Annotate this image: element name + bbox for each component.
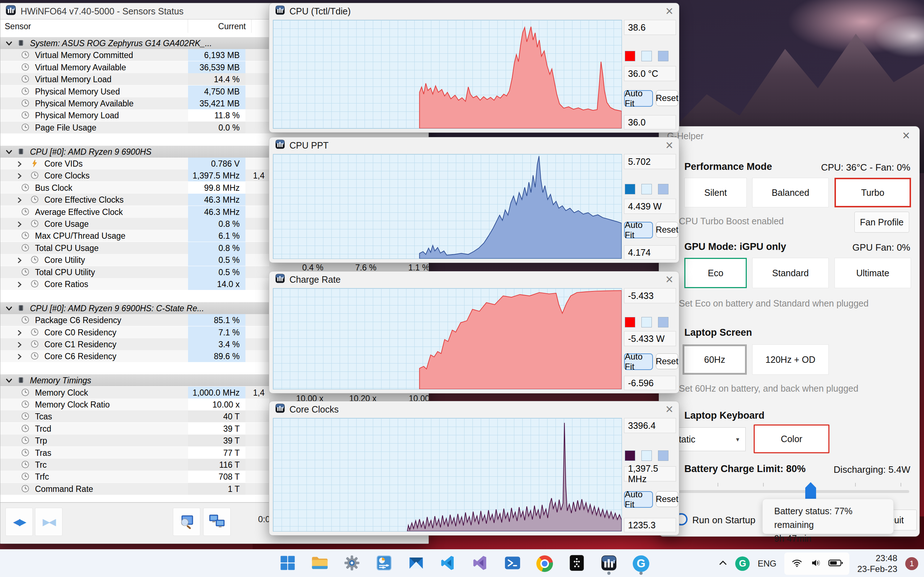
tray-chevron-up-icon[interactable] xyxy=(719,560,727,567)
chevron-right-icon[interactable] xyxy=(16,352,23,359)
sensor-label: Memory Clock xyxy=(35,388,88,398)
close-icon[interactable]: × xyxy=(666,404,673,415)
taskbar-icon-visual-studio[interactable] xyxy=(469,552,492,575)
tray-grammarly-icon[interactable]: G xyxy=(735,556,750,571)
table-min-max-avg-sliver: 0.4 %7.6 %1.1 % xyxy=(269,262,428,272)
sliver-stat-value: 0.4 % xyxy=(269,263,323,272)
refresh-60hz-button[interactable]: 60Hz xyxy=(683,344,747,375)
clock[interactable]: 23:48 23-Feb-23 xyxy=(857,553,897,574)
sensor-current-value: 35,421 MB xyxy=(188,97,246,109)
graph-window-cpu-tctl-tdie-: CPU (Tctl/Tdie)×38.636.0 °CAuto FitReset… xyxy=(269,3,679,133)
language-indicator[interactable]: ENG xyxy=(758,559,776,569)
series-color-swatch[interactable] xyxy=(625,317,635,327)
sensor-current-value: 0.0 % xyxy=(188,121,246,134)
fan-profile-button[interactable]: Fan Profile xyxy=(855,212,909,233)
chevron-right-icon[interactable] xyxy=(16,172,23,179)
column-header-sensor[interactable]: Sensor xyxy=(5,22,31,31)
close-icon[interactable]: × xyxy=(666,140,673,151)
taskbar-icon-vscode[interactable] xyxy=(437,552,459,575)
column-header-current[interactable]: Current xyxy=(188,22,246,31)
gpu-eco-button[interactable]: Eco xyxy=(684,258,747,288)
chevron-down-icon[interactable] xyxy=(5,39,13,47)
mode-silent-button[interactable]: Silent xyxy=(684,178,747,207)
chip-icon xyxy=(17,304,25,314)
chevron-right-icon[interactable] xyxy=(16,256,23,263)
taskbar-icon-system-monitor[interactable] xyxy=(373,552,395,575)
taskbar-icon-chrome[interactable] xyxy=(533,552,556,575)
chevron-down-icon[interactable] xyxy=(5,377,13,384)
taskbar-icon-ghelper[interactable]: G xyxy=(630,552,652,575)
gpu-standard-button[interactable]: Standard xyxy=(752,258,829,288)
background-color-swatch[interactable] xyxy=(641,317,652,327)
chevron-right-icon[interactable] xyxy=(16,160,23,167)
grid-color-swatch[interactable] xyxy=(658,317,669,327)
keyboard-color-button[interactable]: Color xyxy=(754,424,829,453)
chevron-right-icon[interactable] xyxy=(16,220,23,227)
gpu-ultimate-button[interactable]: Ultimate xyxy=(835,258,911,288)
two-monitors-icon xyxy=(208,514,225,530)
laptop-screen-heading: Laptop Screen xyxy=(684,327,752,338)
series-color-swatch[interactable] xyxy=(625,51,635,61)
taskbar-icon-start[interactable] xyxy=(276,552,299,575)
graph-titlebar[interactable]: Charge Rate× xyxy=(269,272,679,287)
auto-fit-button[interactable]: Auto Fit xyxy=(624,90,653,107)
background-color-swatch[interactable] xyxy=(641,184,652,194)
charge-limit-slider-thumb[interactable] xyxy=(805,482,816,501)
grid-color-swatch[interactable] xyxy=(658,51,669,61)
graph-sidebar: 5.7024.439 WAuto FitReset4.174 xyxy=(624,154,676,259)
reset-button[interactable]: Reset xyxy=(656,90,678,106)
taskbar-icon-powershell[interactable] xyxy=(501,552,524,575)
chevron-down-icon[interactable] xyxy=(5,148,13,155)
auto-fit-button[interactable]: Auto Fit xyxy=(624,491,653,508)
background-color-swatch[interactable] xyxy=(641,51,652,61)
reset-button[interactable]: Reset xyxy=(656,491,678,507)
series-color-swatch[interactable] xyxy=(625,450,635,461)
notification-badge[interactable]: 1 xyxy=(905,557,918,570)
graph-app-icon xyxy=(275,139,285,152)
close-icon[interactable]: × xyxy=(666,274,673,285)
sensor-current-value: 36,539 MB xyxy=(188,61,246,73)
chevron-down-icon: ▼ xyxy=(735,436,740,443)
auto-fit-button[interactable]: Auto Fit xyxy=(624,222,653,239)
chevron-right-icon[interactable] xyxy=(16,280,23,287)
sensor-current-value: 0.8 % xyxy=(188,218,246,230)
graph-titlebar[interactable]: Core Clocks× xyxy=(269,401,679,417)
sensor-current-value: 14.0 x xyxy=(188,278,246,290)
collapse-columns-button[interactable]: ▶◀ xyxy=(35,508,63,536)
graph-window-core-clocks: Core Clocks×3396.41,397.5 MHzAuto FitRes… xyxy=(269,401,679,535)
reset-button[interactable]: Reset xyxy=(656,222,678,238)
refresh-120hz-button[interactable]: 120Hz + OD xyxy=(752,344,829,375)
charge-limit-slider[interactable] xyxy=(678,490,909,493)
taskbar-icon-mail[interactable] xyxy=(405,552,427,575)
graph-titlebar[interactable]: CPU (Tctl/Tdie)× xyxy=(269,3,679,19)
graph-titlebar[interactable]: CPU PPT× xyxy=(269,137,679,153)
taskbar-icon-hwinfo[interactable] xyxy=(598,552,620,575)
reset-button[interactable]: Reset xyxy=(656,353,678,369)
series-color-swatch[interactable] xyxy=(625,184,635,194)
remote-monitoring-button[interactable] xyxy=(203,508,231,536)
explorer-icon xyxy=(311,555,328,572)
close-icon[interactable]: × xyxy=(666,6,673,16)
chevron-right-icon[interactable] xyxy=(16,340,23,348)
system-tray-group[interactable] xyxy=(784,553,849,575)
chevron-right-icon[interactable] xyxy=(16,196,23,203)
graph-title: CPU PPT xyxy=(289,140,328,151)
screen-capture-button[interactable] xyxy=(173,508,200,536)
taskbar-icon-dots-app[interactable] xyxy=(565,552,588,575)
chevron-right-icon[interactable] xyxy=(16,329,23,336)
sensor-label: Core C0 Residency xyxy=(44,328,116,338)
mode-turbo-button[interactable]: Turbo xyxy=(835,178,911,207)
close-icon[interactable]: × xyxy=(902,128,910,143)
taskbar-icon-explorer[interactable] xyxy=(309,552,331,575)
sensor-label: Memory Clock Ratio xyxy=(35,400,110,410)
auto-fit-button[interactable]: Auto Fit xyxy=(624,353,653,370)
grid-color-swatch[interactable] xyxy=(658,450,669,461)
expand-columns-button[interactable]: ◀▶ xyxy=(5,508,33,536)
mode-balanced-button[interactable]: Balanced xyxy=(752,178,829,207)
sensor-current-value: 99.8 MHz xyxy=(188,182,246,193)
chevron-down-icon[interactable] xyxy=(5,305,13,311)
taskbar-icon-settings[interactable] xyxy=(341,552,363,575)
background-color-swatch[interactable] xyxy=(641,450,652,461)
grid-color-swatch[interactable] xyxy=(658,184,669,194)
laptop-keyboard-heading: Laptop Keyboard xyxy=(684,410,764,421)
